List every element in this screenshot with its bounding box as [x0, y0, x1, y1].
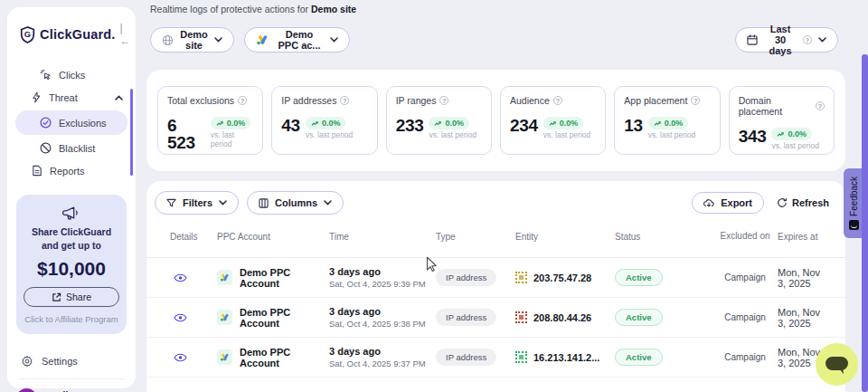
page-subtitle: Realtime logs of protective actions for …: [150, 4, 356, 14]
info-icon[interactable]: ?: [238, 96, 247, 105]
table-toolbar: Filters Columns Export: [146, 181, 845, 215]
view-details-eye-icon[interactable]: [174, 353, 187, 362]
sidebar-nav: Clicks Threat Exclusions Blacklis: [7, 63, 136, 182]
entity-identicon: [515, 311, 527, 323]
lightning-icon: [32, 91, 42, 103]
filters-button[interactable]: Filters: [155, 191, 239, 215]
stat-label: Domain placement: [739, 95, 812, 117]
trend-up-icon: [216, 120, 224, 127]
stat-value: 234: [510, 117, 538, 134]
time-relative: 3 days ago: [329, 266, 436, 277]
promo-amount: $10,000: [24, 258, 119, 280]
stat-sub: vs. last period: [306, 130, 353, 139]
chevron-down-icon: [214, 37, 222, 43]
stat-change: 0.0%: [560, 119, 579, 128]
sidebar-item-label: Reports: [50, 166, 85, 177]
sidebar: G ClickGuard. |← Clicks Threat: [7, 7, 136, 388]
stat-label: App placement: [624, 95, 687, 106]
sidebar-item-label: Exclusions: [59, 118, 107, 129]
collapse-sidebar-icon[interactable]: |←: [120, 22, 131, 47]
avatar: NA: [16, 388, 37, 392]
affiliate-promo-card[interactable]: Share ClickGuard and get up to $10,000 S…: [16, 195, 127, 334]
ppc-account-filter-dropdown[interactable]: Demo PPC ac...: [244, 27, 350, 53]
stat-change: 0.0%: [665, 119, 684, 128]
logo: G ClickGuard. |←: [7, 22, 136, 47]
stat-change: 0.0%: [227, 119, 246, 128]
column-header-excluded-on[interactable]: Excluded on: [712, 231, 778, 243]
column-header-ppc-account[interactable]: PPC Account: [217, 232, 329, 242]
stat-sub: vs. last period: [211, 130, 254, 148]
info-icon: ?: [803, 35, 812, 44]
time-full: Sat, Oct 4, 2025 9:38 PM: [329, 319, 436, 329]
column-header-entity[interactable]: Entity: [515, 232, 615, 242]
column-header-details[interactable]: Details: [163, 232, 217, 242]
gear-icon: [21, 355, 33, 368]
info-icon[interactable]: ?: [553, 96, 562, 105]
sidebar-item-clicks[interactable]: Clicks: [7, 63, 136, 86]
calendar-icon: [747, 34, 758, 45]
stat-label: Audience: [510, 95, 550, 106]
info-icon[interactable]: ?: [340, 96, 349, 105]
download-cloud-icon: [703, 198, 714, 208]
column-header-type[interactable]: Type: [436, 232, 515, 242]
feedback-label: Feedback: [849, 177, 859, 216]
stat-card-ip-addresses: IP addresses? 43 0.0% vs. last period: [271, 86, 377, 155]
view-details-eye-icon[interactable]: [174, 313, 187, 322]
subtitle-site-name: Demo site: [311, 4, 356, 14]
filters-label: Filters: [183, 197, 212, 208]
column-header-status[interactable]: Status: [615, 232, 712, 242]
stat-label: IP ranges: [396, 95, 437, 106]
refresh-button[interactable]: Refresh: [777, 197, 829, 208]
stats-panel: Total exclusions? 6 523 0.0% vs. last pe…: [146, 70, 845, 171]
funnel-icon: [166, 198, 176, 208]
app-title: ClickGuard.: [40, 27, 116, 42]
affiliate-link[interactable]: Click to Affiliate Program: [24, 314, 119, 324]
sidebar-scrollbar[interactable]: [130, 89, 133, 176]
ban-icon: [40, 142, 52, 154]
entity-identicon: [515, 272, 527, 283]
sidebar-item-label: Threat: [49, 92, 108, 103]
chat-widget-button[interactable]: [816, 343, 858, 386]
page-scrollbar[interactable]: [862, 54, 868, 392]
view-details-eye-icon[interactable]: [174, 273, 187, 282]
ppc-account-name: Demo PPC Account: [240, 267, 329, 289]
google-ads-icon: [256, 34, 269, 45]
user-account[interactable]: NA gmail.com naatali.ro@gmail.com: [7, 379, 136, 392]
time-relative: 3 days ago: [329, 306, 436, 317]
sidebar-item-label: Blacklist: [59, 143, 95, 154]
info-icon[interactable]: ?: [439, 96, 448, 105]
stat-sub: vs. last period: [771, 141, 818, 150]
stat-value: 43: [281, 117, 300, 134]
sidebar-item-blacklist[interactable]: Blacklist: [15, 137, 127, 159]
stat-value: 6 523: [167, 117, 205, 151]
exclusions-log-panel: Filters Columns Export: [146, 181, 845, 392]
share-button-label: Share: [66, 292, 91, 302]
stat-sub: vs. last period: [429, 130, 476, 139]
columns-button[interactable]: Columns: [247, 191, 344, 215]
trend-up-icon: [777, 131, 785, 138]
chevron-down-icon: [330, 37, 338, 43]
stat-card-audience: Audience? 234 0.0% vs. last period: [500, 86, 606, 155]
info-icon[interactable]: ?: [691, 96, 700, 105]
column-header-expires-at[interactable]: Expires at: [778, 232, 829, 242]
trend-up-icon: [654, 120, 662, 127]
columns-label: Columns: [275, 197, 317, 208]
sidebar-item-exclusions[interactable]: Exclusions: [15, 110, 127, 135]
column-header-time[interactable]: Time: [329, 232, 436, 242]
time-relative: 3 days ago: [329, 346, 436, 357]
export-button[interactable]: Export: [692, 192, 764, 214]
megaphone-icon: [24, 206, 119, 221]
expires-at-value: Mon, Nov 3, 2025: [778, 307, 829, 329]
export-label: Export: [721, 197, 752, 208]
stat-card-domain-placement: Domain placement? 343 0.0% vs. last peri…: [729, 86, 835, 155]
info-icon[interactable]: ?: [816, 101, 825, 110]
site-filter-dropdown[interactable]: Demo site: [150, 27, 234, 53]
time-full: Sat, Oct 4, 2025 9:37 PM: [329, 359, 436, 368]
sidebar-item-threat[interactable]: Threat: [7, 86, 136, 109]
share-button[interactable]: Share: [24, 287, 119, 307]
feedback-tab[interactable]: Feedback: [844, 168, 863, 238]
date-range-dropdown[interactable]: Last 30 days ?: [735, 27, 838, 53]
sidebar-item-settings[interactable]: Settings: [7, 355, 136, 368]
stat-value: 233: [396, 117, 424, 134]
sidebar-item-reports[interactable]: Reports: [7, 159, 136, 182]
